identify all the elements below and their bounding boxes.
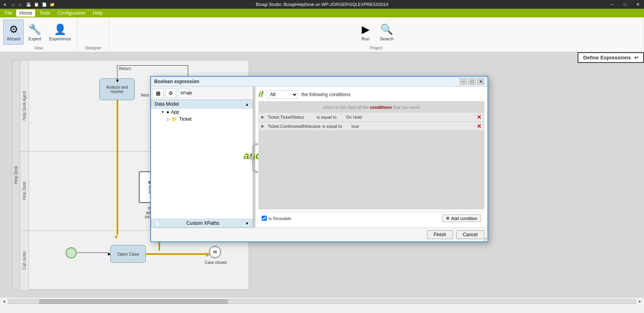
experience-icon: 👤 [54, 23, 66, 36]
open-case-task[interactable]: Open Case [110, 245, 146, 263]
wizard-button[interactable]: ⚙ Wizard [3, 19, 24, 45]
modal-options-footer: Is Reusable ⊕ Add condition [259, 212, 484, 224]
custom-xpaths-label: Custom XPaths [186, 220, 219, 226]
condition-row-1[interactable]: ▶ Ticket.TicketStatus is equal to On Hol… [259, 113, 484, 122]
close-button[interactable]: ✕ [631, 0, 644, 9]
custom-xpaths-icon: 📄 [155, 220, 161, 226]
h-scroll-thumb[interactable] [40, 300, 228, 304]
canvas: Help Desk Help Desk Agent Analyze and re… [0, 52, 644, 297]
grid-tool-button[interactable]: ▦ [153, 88, 164, 98]
wizard-icon: ⚙ [9, 23, 18, 36]
if-label: if [259, 90, 263, 99]
expert-label: Expert [28, 36, 41, 41]
custom-xpaths-scroll-down[interactable]: ▼ [245, 221, 249, 226]
define-expressions-bar[interactable]: Define Expressions ↩ [578, 52, 644, 63]
modal-resize-handle[interactable] [483, 237, 487, 241]
window-controls: ─ □ ✕ [606, 0, 644, 9]
modal-title: Boolean expression [154, 79, 199, 84]
cancel-button[interactable]: Cancel [456, 230, 484, 239]
condition-2-expand[interactable]: ▶ [261, 124, 266, 129]
menubar: File Home Tools Configuration Help [0, 9, 644, 17]
condition-1-expand[interactable]: ▶ [261, 115, 266, 120]
case-closed-label: Case closed [205, 260, 227, 265]
if-row: if All the following conditions [259, 90, 484, 99]
menu-help[interactable]: Help [90, 9, 106, 17]
all-select[interactable]: All [266, 90, 298, 99]
add-condition-label: Add condition [451, 216, 478, 221]
left-toolbar: ▦ ⚙ 📄 XPath [151, 87, 253, 100]
search-icon: 🔍 [380, 23, 393, 36]
expert-button[interactable]: 🔧 Expert [25, 19, 44, 45]
condition-2-delete[interactable]: ✕ [477, 123, 482, 129]
is-reusable-checkbox[interactable] [262, 216, 267, 221]
save4-icon[interactable]: 📁 [49, 1, 55, 8]
modal-controls: ─ □ ✕ [460, 78, 484, 85]
experience-label: Experience [49, 36, 71, 41]
yellow-arrow-down-head: ▼ [113, 234, 119, 240]
expand-icon[interactable]: ▼ [161, 110, 165, 114]
data-model-panel: Data Model ▲ ▼ ● App ▷ 📁 Ticket [151, 100, 253, 219]
menu-tools[interactable]: Tools [36, 9, 53, 17]
ticket-folder-icon: 📁 [172, 116, 178, 122]
app-tree-item[interactable]: ▼ ● App [151, 108, 253, 116]
maximize-button[interactable]: □ [619, 0, 631, 9]
define-expressions-label: Define Expressions [583, 55, 631, 61]
condition-2-op: is equal to [322, 124, 350, 129]
add-condition-button[interactable]: ⊕ Add condition [442, 214, 481, 222]
insert-hint: insert in this field all the conditions … [259, 102, 484, 113]
menu-file[interactable]: File [2, 9, 15, 17]
wizard-label: Wizard [7, 36, 20, 41]
search-button[interactable]: 🔍 Search [377, 19, 397, 45]
xpath-tool-button[interactable]: 📄 XPath [178, 88, 189, 98]
ticket-expand-icon[interactable]: ▷ [167, 117, 170, 122]
bottom-scrollbar: ◄ ► [0, 297, 644, 305]
finish-button[interactable]: Finish [427, 230, 453, 239]
experience-button[interactable]: 👤 Experience [46, 19, 74, 45]
data-model-header[interactable]: Data Model ▲ [151, 100, 253, 108]
scroll-left-arrow[interactable]: ◄ [0, 298, 8, 305]
condition-1-delete[interactable]: ✕ [477, 114, 482, 120]
save3-icon[interactable]: 📄 [41, 1, 47, 8]
modal-body: ▦ ⚙ 📄 XPath Data Model ▲ [151, 87, 487, 228]
view-section-label: View [34, 45, 43, 50]
case-closed-event[interactable]: ✉ [209, 246, 221, 258]
menu-home[interactable]: Home [16, 9, 35, 17]
search-label: Search [380, 36, 394, 41]
project-section-label: Project [370, 45, 383, 50]
scroll-right-arrow[interactable]: ► [636, 298, 644, 305]
ticket-tree-item[interactable]: ▷ 📁 Ticket [151, 116, 253, 123]
run-button[interactable]: ▶ Run [356, 19, 375, 45]
window-title: Bizagi Studio: BizagiHelpDesk on WP-JORG… [256, 2, 388, 7]
is-reusable-container: Is Reusable [262, 216, 291, 221]
define-expressions-arrow: ↩ [634, 55, 638, 61]
run-icon: ▶ [362, 23, 370, 36]
forward-icon[interactable]: ▷ [17, 1, 24, 8]
start-event[interactable] [66, 247, 77, 258]
modal-titlebar: Boolean expression ─ □ ✕ [151, 77, 487, 87]
minimize-button[interactable]: ─ [606, 0, 619, 9]
modal-close-button[interactable]: ✕ [477, 78, 484, 85]
return-label: Return [119, 66, 131, 71]
titlebar-left-icons: ★ ◁ ▷ 💾 📋 📄 📁 [2, 1, 55, 8]
help-desk-lane-label: Help Desk [22, 182, 26, 200]
designer-section-label: Designer [85, 45, 101, 50]
insert-hint-prefix: insert in this field all the [323, 105, 368, 110]
h-scroll-track[interactable] [8, 299, 636, 304]
back-icon[interactable]: ◁ [9, 1, 16, 8]
add-condition-icon: ⊕ [446, 216, 449, 221]
save2-icon[interactable]: 📋 [33, 1, 40, 8]
save-icon[interactable]: 💾 [25, 1, 32, 8]
data-model-scroll-up[interactable]: ▲ [245, 102, 249, 106]
main-area: Define Expressions ↩ Help Desk Help Desk… [0, 52, 644, 305]
modal-right-panel: if All the following conditions and { [255, 87, 487, 228]
ribbon-view-buttons: ⚙ Wizard 🔧 Expert 👤 Experience [3, 19, 74, 45]
run-label: Run [362, 36, 370, 41]
open-to-closed-arrow [146, 253, 207, 255]
condition-2-field: Ticket.Continuewiththecase [268, 124, 321, 129]
condition-row-2[interactable]: ▶ Ticket.Continuewiththecase is equal to… [259, 122, 484, 131]
app-icon: ★ [2, 1, 8, 8]
menu-configuration[interactable]: Configuration [54, 9, 89, 17]
modal-minimize-button[interactable]: ─ [460, 78, 467, 85]
custom-xpaths-header[interactable]: 📄 Custom XPaths ▼ [151, 219, 253, 228]
modal-maximize-button[interactable]: □ [468, 78, 476, 85]
